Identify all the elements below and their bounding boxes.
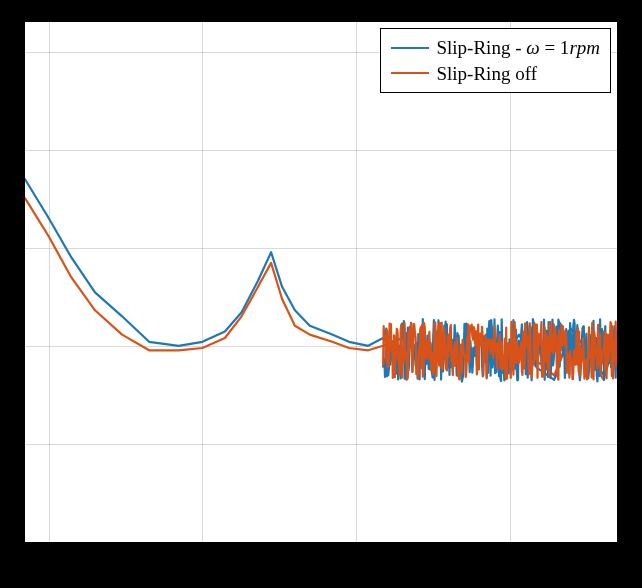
legend-swatch-icon bbox=[391, 72, 429, 74]
legend-swatch-icon bbox=[391, 47, 429, 49]
legend-entry-1: Slip-Ring off bbox=[391, 61, 601, 87]
legend-label-1: Slip-Ring off bbox=[437, 61, 537, 87]
legend-label-0: Slip-Ring - ω = 1rpm bbox=[437, 35, 601, 61]
x-axis-ticks bbox=[23, 544, 619, 552]
legend-entry-0: Slip-Ring - ω = 1rpm bbox=[391, 35, 601, 61]
chart: Slip-Ring - ω = 1rpm Slip-Ring off bbox=[0, 0, 642, 588]
plot-area: Slip-Ring - ω = 1rpm Slip-Ring off bbox=[23, 20, 619, 544]
legend: Slip-Ring - ω = 1rpm Slip-Ring off bbox=[380, 28, 612, 93]
series-layer bbox=[25, 22, 617, 542]
